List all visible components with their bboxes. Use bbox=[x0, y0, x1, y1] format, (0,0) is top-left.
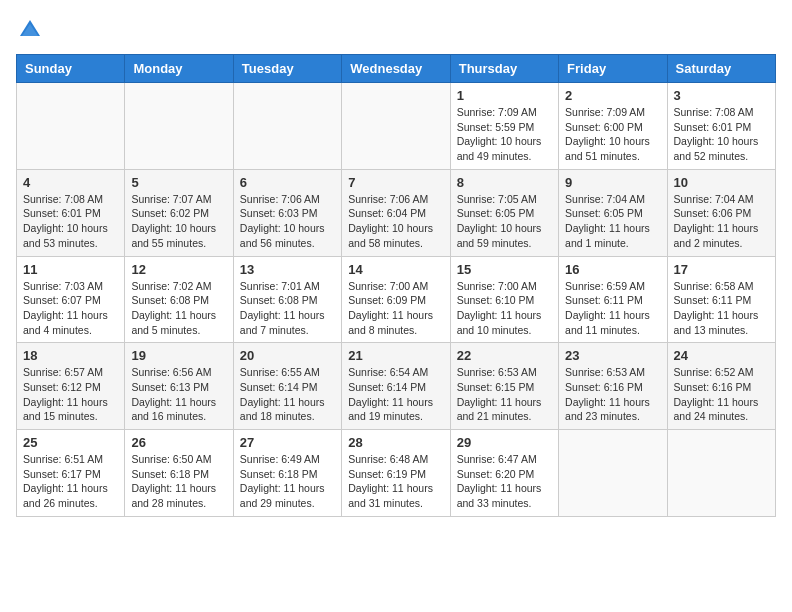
day-info: Sunrise: 7:03 AM Sunset: 6:07 PM Dayligh… bbox=[23, 279, 118, 338]
day-info: Sunrise: 6:52 AM Sunset: 6:16 PM Dayligh… bbox=[674, 365, 769, 424]
calendar-table: SundayMondayTuesdayWednesdayThursdayFrid… bbox=[16, 54, 776, 517]
day-info: Sunrise: 6:59 AM Sunset: 6:11 PM Dayligh… bbox=[565, 279, 660, 338]
calendar-cell: 13Sunrise: 7:01 AM Sunset: 6:08 PM Dayli… bbox=[233, 256, 341, 343]
calendar-cell: 7Sunrise: 7:06 AM Sunset: 6:04 PM Daylig… bbox=[342, 169, 450, 256]
day-info: Sunrise: 6:48 AM Sunset: 6:19 PM Dayligh… bbox=[348, 452, 443, 511]
logo bbox=[16, 16, 48, 44]
day-number: 7 bbox=[348, 175, 443, 190]
calendar-cell: 27Sunrise: 6:49 AM Sunset: 6:18 PM Dayli… bbox=[233, 430, 341, 517]
logo-icon bbox=[16, 16, 44, 44]
day-info: Sunrise: 7:08 AM Sunset: 6:01 PM Dayligh… bbox=[23, 192, 118, 251]
calendar-cell bbox=[342, 83, 450, 170]
calendar-cell: 25Sunrise: 6:51 AM Sunset: 6:17 PM Dayli… bbox=[17, 430, 125, 517]
calendar-week-row: 1Sunrise: 7:09 AM Sunset: 5:59 PM Daylig… bbox=[17, 83, 776, 170]
day-number: 22 bbox=[457, 348, 552, 363]
day-info: Sunrise: 7:08 AM Sunset: 6:01 PM Dayligh… bbox=[674, 105, 769, 164]
day-info: Sunrise: 7:02 AM Sunset: 6:08 PM Dayligh… bbox=[131, 279, 226, 338]
day-info: Sunrise: 6:58 AM Sunset: 6:11 PM Dayligh… bbox=[674, 279, 769, 338]
calendar-cell: 8Sunrise: 7:05 AM Sunset: 6:05 PM Daylig… bbox=[450, 169, 558, 256]
day-header-wednesday: Wednesday bbox=[342, 55, 450, 83]
calendar-cell: 24Sunrise: 6:52 AM Sunset: 6:16 PM Dayli… bbox=[667, 343, 775, 430]
calendar-header-row: SundayMondayTuesdayWednesdayThursdayFrid… bbox=[17, 55, 776, 83]
day-header-saturday: Saturday bbox=[667, 55, 775, 83]
day-info: Sunrise: 6:47 AM Sunset: 6:20 PM Dayligh… bbox=[457, 452, 552, 511]
calendar-cell: 9Sunrise: 7:04 AM Sunset: 6:05 PM Daylig… bbox=[559, 169, 667, 256]
calendar-week-row: 11Sunrise: 7:03 AM Sunset: 6:07 PM Dayli… bbox=[17, 256, 776, 343]
day-number: 17 bbox=[674, 262, 769, 277]
day-header-friday: Friday bbox=[559, 55, 667, 83]
calendar-cell: 16Sunrise: 6:59 AM Sunset: 6:11 PM Dayli… bbox=[559, 256, 667, 343]
calendar-cell bbox=[233, 83, 341, 170]
day-number: 21 bbox=[348, 348, 443, 363]
calendar-week-row: 25Sunrise: 6:51 AM Sunset: 6:17 PM Dayli… bbox=[17, 430, 776, 517]
day-info: Sunrise: 6:57 AM Sunset: 6:12 PM Dayligh… bbox=[23, 365, 118, 424]
page-header bbox=[16, 16, 776, 44]
day-number: 3 bbox=[674, 88, 769, 103]
day-number: 8 bbox=[457, 175, 552, 190]
day-number: 20 bbox=[240, 348, 335, 363]
day-header-sunday: Sunday bbox=[17, 55, 125, 83]
day-number: 29 bbox=[457, 435, 552, 450]
day-number: 18 bbox=[23, 348, 118, 363]
day-info: Sunrise: 6:51 AM Sunset: 6:17 PM Dayligh… bbox=[23, 452, 118, 511]
day-info: Sunrise: 6:54 AM Sunset: 6:14 PM Dayligh… bbox=[348, 365, 443, 424]
day-number: 24 bbox=[674, 348, 769, 363]
day-number: 27 bbox=[240, 435, 335, 450]
calendar-cell: 21Sunrise: 6:54 AM Sunset: 6:14 PM Dayli… bbox=[342, 343, 450, 430]
day-info: Sunrise: 6:56 AM Sunset: 6:13 PM Dayligh… bbox=[131, 365, 226, 424]
calendar-cell: 2Sunrise: 7:09 AM Sunset: 6:00 PM Daylig… bbox=[559, 83, 667, 170]
day-info: Sunrise: 7:06 AM Sunset: 6:04 PM Dayligh… bbox=[348, 192, 443, 251]
day-info: Sunrise: 7:00 AM Sunset: 6:10 PM Dayligh… bbox=[457, 279, 552, 338]
day-info: Sunrise: 6:53 AM Sunset: 6:15 PM Dayligh… bbox=[457, 365, 552, 424]
calendar-week-row: 4Sunrise: 7:08 AM Sunset: 6:01 PM Daylig… bbox=[17, 169, 776, 256]
day-number: 26 bbox=[131, 435, 226, 450]
day-number: 12 bbox=[131, 262, 226, 277]
calendar-cell: 17Sunrise: 6:58 AM Sunset: 6:11 PM Dayli… bbox=[667, 256, 775, 343]
day-header-tuesday: Tuesday bbox=[233, 55, 341, 83]
day-number: 23 bbox=[565, 348, 660, 363]
day-info: Sunrise: 7:04 AM Sunset: 6:05 PM Dayligh… bbox=[565, 192, 660, 251]
day-info: Sunrise: 7:01 AM Sunset: 6:08 PM Dayligh… bbox=[240, 279, 335, 338]
calendar-cell: 6Sunrise: 7:06 AM Sunset: 6:03 PM Daylig… bbox=[233, 169, 341, 256]
day-header-monday: Monday bbox=[125, 55, 233, 83]
day-number: 14 bbox=[348, 262, 443, 277]
day-info: Sunrise: 6:49 AM Sunset: 6:18 PM Dayligh… bbox=[240, 452, 335, 511]
day-number: 4 bbox=[23, 175, 118, 190]
calendar-cell: 11Sunrise: 7:03 AM Sunset: 6:07 PM Dayli… bbox=[17, 256, 125, 343]
calendar-cell: 5Sunrise: 7:07 AM Sunset: 6:02 PM Daylig… bbox=[125, 169, 233, 256]
day-number: 1 bbox=[457, 88, 552, 103]
calendar-cell: 15Sunrise: 7:00 AM Sunset: 6:10 PM Dayli… bbox=[450, 256, 558, 343]
calendar-cell bbox=[559, 430, 667, 517]
calendar-cell: 26Sunrise: 6:50 AM Sunset: 6:18 PM Dayli… bbox=[125, 430, 233, 517]
calendar-cell: 14Sunrise: 7:00 AM Sunset: 6:09 PM Dayli… bbox=[342, 256, 450, 343]
calendar-cell: 20Sunrise: 6:55 AM Sunset: 6:14 PM Dayli… bbox=[233, 343, 341, 430]
calendar-cell: 19Sunrise: 6:56 AM Sunset: 6:13 PM Dayli… bbox=[125, 343, 233, 430]
calendar-week-row: 18Sunrise: 6:57 AM Sunset: 6:12 PM Dayli… bbox=[17, 343, 776, 430]
calendar-cell bbox=[667, 430, 775, 517]
day-info: Sunrise: 7:06 AM Sunset: 6:03 PM Dayligh… bbox=[240, 192, 335, 251]
day-number: 15 bbox=[457, 262, 552, 277]
day-info: Sunrise: 6:50 AM Sunset: 6:18 PM Dayligh… bbox=[131, 452, 226, 511]
day-info: Sunrise: 7:09 AM Sunset: 6:00 PM Dayligh… bbox=[565, 105, 660, 164]
day-info: Sunrise: 7:00 AM Sunset: 6:09 PM Dayligh… bbox=[348, 279, 443, 338]
calendar-cell: 29Sunrise: 6:47 AM Sunset: 6:20 PM Dayli… bbox=[450, 430, 558, 517]
calendar-cell: 4Sunrise: 7:08 AM Sunset: 6:01 PM Daylig… bbox=[17, 169, 125, 256]
day-number: 25 bbox=[23, 435, 118, 450]
calendar-cell: 3Sunrise: 7:08 AM Sunset: 6:01 PM Daylig… bbox=[667, 83, 775, 170]
day-header-thursday: Thursday bbox=[450, 55, 558, 83]
calendar-cell: 18Sunrise: 6:57 AM Sunset: 6:12 PM Dayli… bbox=[17, 343, 125, 430]
day-number: 11 bbox=[23, 262, 118, 277]
day-number: 19 bbox=[131, 348, 226, 363]
day-number: 9 bbox=[565, 175, 660, 190]
calendar-cell: 28Sunrise: 6:48 AM Sunset: 6:19 PM Dayli… bbox=[342, 430, 450, 517]
day-info: Sunrise: 6:55 AM Sunset: 6:14 PM Dayligh… bbox=[240, 365, 335, 424]
calendar-cell bbox=[125, 83, 233, 170]
day-info: Sunrise: 7:05 AM Sunset: 6:05 PM Dayligh… bbox=[457, 192, 552, 251]
day-number: 6 bbox=[240, 175, 335, 190]
day-number: 28 bbox=[348, 435, 443, 450]
day-info: Sunrise: 7:07 AM Sunset: 6:02 PM Dayligh… bbox=[131, 192, 226, 251]
calendar-cell: 1Sunrise: 7:09 AM Sunset: 5:59 PM Daylig… bbox=[450, 83, 558, 170]
day-info: Sunrise: 6:53 AM Sunset: 6:16 PM Dayligh… bbox=[565, 365, 660, 424]
calendar-cell bbox=[17, 83, 125, 170]
day-number: 5 bbox=[131, 175, 226, 190]
